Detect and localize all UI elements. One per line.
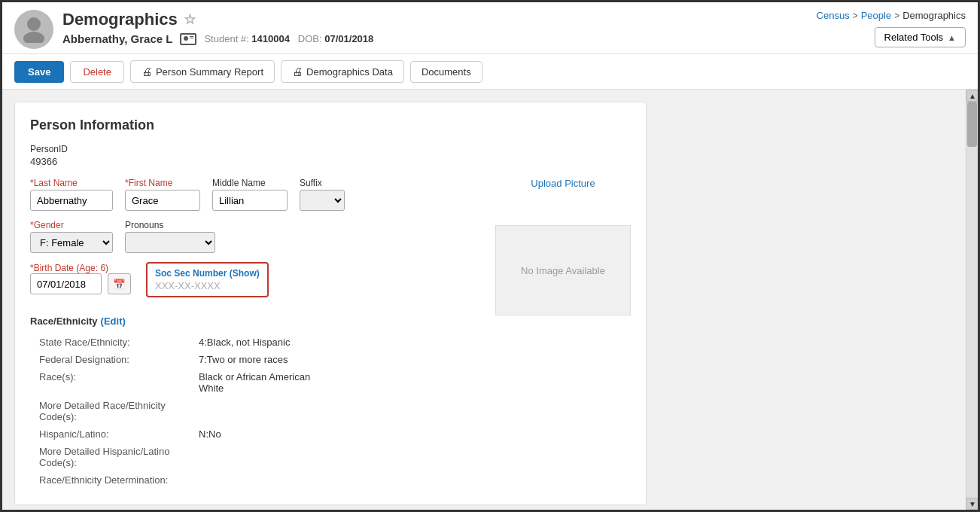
gender-label: *Gender xyxy=(30,220,113,230)
races-value-line2: White xyxy=(199,382,343,394)
no-image-placeholder: No Image Available xyxy=(495,225,631,315)
scroll-down-arrow[interactable]: ▼ xyxy=(966,498,978,510)
documents-label: Documents xyxy=(422,66,471,78)
federal-value: 7:Two or more races xyxy=(199,352,343,367)
title-text: Demographics xyxy=(62,10,178,29)
last-name-label: *Last Name xyxy=(30,178,113,188)
state-race-row: State Race/Ethnicity: 4:Black, not Hispa… xyxy=(32,334,343,350)
more-hispanic-row: More Detailed Hispanic/Latino Code(s): xyxy=(32,443,343,471)
breadcrumb-sep1: > xyxy=(853,11,858,21)
hispanic-label: Hispanic/Latino: xyxy=(32,426,197,442)
birth-date-input[interactable] xyxy=(30,273,102,294)
student-id-value: 1410004 xyxy=(251,33,290,44)
header-right: Census > People > Demographics Related T… xyxy=(817,10,966,47)
determination-value xyxy=(199,472,343,488)
race-title-text: Race/Ethnicity xyxy=(30,315,98,327)
chevron-up-icon: ▲ xyxy=(948,33,956,42)
scrollbar: ▲ ▼ xyxy=(966,90,978,510)
toolbar: Save Delete 🖨 Person Summary Report 🖨 De… xyxy=(2,54,978,90)
middle-name-label: Middle Name xyxy=(212,178,288,188)
breadcrumb-people[interactable]: People xyxy=(861,10,891,21)
first-name-input[interactable] xyxy=(125,190,200,211)
person-id-label: PersonID xyxy=(30,144,68,154)
person-id-field: PersonID 49366 xyxy=(30,144,68,167)
race-title: Race/Ethnicity (Edit) xyxy=(30,315,345,327)
races-row: Race(s): Black or African American White xyxy=(32,369,343,396)
header: Demographics ☆ Abbernathy, Grace L Stude… xyxy=(2,2,978,54)
breadcrumb-census[interactable]: Census xyxy=(817,10,850,21)
header-info: Demographics ☆ Abbernathy, Grace L Stude… xyxy=(62,10,373,45)
more-detailed-value xyxy=(199,398,343,425)
races-value-line1: Black or African American xyxy=(199,371,343,382)
delete-button[interactable]: Delete xyxy=(70,61,124,83)
birth-date-row: 📅 xyxy=(30,273,131,294)
soc-sec-label: Soc Sec Number (Show) xyxy=(155,268,260,279)
breadcrumb-sep2: > xyxy=(894,11,899,21)
save-button[interactable]: Save xyxy=(14,61,64,83)
main-content: Person Information PersonID 49366 *Last xyxy=(2,90,978,510)
federal-row: Federal Designation: 7:Two or more races xyxy=(32,352,343,367)
name-row: *Last Name *First Name Middle Name xyxy=(30,178,345,211)
soc-sec-box: Soc Sec Number (Show) XXX-XX-XXXX xyxy=(146,262,269,297)
gender-field: *Gender F: Female M: Male xyxy=(30,220,113,253)
student-id-label: Student #: xyxy=(204,33,248,44)
documents-button[interactable]: Documents xyxy=(410,61,482,83)
avatar xyxy=(14,10,53,49)
last-name-input[interactable] xyxy=(30,190,113,211)
content-area: Person Information PersonID 49366 *Last xyxy=(2,90,966,510)
calendar-icon: 📅 xyxy=(113,279,126,290)
hispanic-row: Hispanic/Latino: N:No xyxy=(32,426,343,442)
more-hispanic-value xyxy=(199,443,343,471)
middle-name-input[interactable] xyxy=(212,190,288,211)
middle-name-field: Middle Name xyxy=(212,178,288,211)
breadcrumb-current: Demographics xyxy=(902,10,966,21)
soc-sec-show-link[interactable]: (Show) xyxy=(230,268,260,279)
determination-label: Race/Ethnicity Determination: xyxy=(32,472,197,488)
races-value: Black or African American White xyxy=(199,369,343,396)
suffix-select[interactable]: Jr Sr II III xyxy=(300,190,345,211)
related-tools-label: Related Tools xyxy=(884,32,944,43)
pronouns-label: Pronouns xyxy=(125,220,215,230)
state-race-label: State Race/Ethnicity: xyxy=(32,334,197,350)
printer-icon: 🖨 xyxy=(142,66,152,78)
related-tools-button[interactable]: Related Tools ▲ xyxy=(875,27,966,47)
birth-date-label: *Birth Date (Age: 6) xyxy=(30,263,108,273)
card-title: Person Information xyxy=(30,117,631,133)
favorite-star-icon[interactable]: ☆ xyxy=(184,11,196,28)
more-detailed-row: More Detailed Race/Ethnicity Code(s): xyxy=(32,398,343,425)
more-detailed-label: More Detailed Race/Ethnicity Code(s): xyxy=(32,398,197,425)
races-label: Race(s): xyxy=(32,369,197,396)
federal-label: Federal Designation: xyxy=(32,352,197,367)
gender-select[interactable]: F: Female M: Male xyxy=(30,232,113,253)
soc-sec-text: Soc Sec Number xyxy=(155,268,227,279)
dob-label: DOB: xyxy=(298,33,322,44)
person-summary-label: Person Summary Report xyxy=(156,66,263,78)
person-id-row: PersonID 49366 xyxy=(30,144,631,167)
pronouns-field: Pronouns He/Him She/Her They/Them xyxy=(125,220,215,253)
state-race-value: 4:Black, not Hispanic xyxy=(199,334,343,350)
suffix-field: Suffix Jr Sr II III xyxy=(300,178,345,211)
upload-picture-link[interactable]: Upload Picture xyxy=(531,178,595,189)
scroll-up-arrow[interactable]: ▲ xyxy=(966,90,978,102)
pronouns-select[interactable]: He/Him She/Her They/Them xyxy=(125,232,215,253)
gender-row: *Gender F: Female M: Male Pronouns xyxy=(30,220,345,253)
race-section: Race/Ethnicity (Edit) State Race/Ethnici… xyxy=(30,315,345,489)
birth-date-section: *Birth Date (Age: 6) 📅 xyxy=(30,262,131,305)
last-name-field: *Last Name xyxy=(30,178,113,211)
id-card-icon xyxy=(180,33,196,45)
person-id-value: 49366 xyxy=(30,156,68,167)
soc-sec-value: XXX-XX-XXXX xyxy=(155,280,260,291)
race-edit-link[interactable]: (Edit) xyxy=(101,315,126,327)
header-left: Demographics ☆ Abbernathy, Grace L Stude… xyxy=(14,10,373,49)
breadcrumb: Census > People > Demographics xyxy=(817,10,966,21)
student-name: Abbernathy, Grace L xyxy=(62,32,172,45)
demographics-data-button[interactable]: 🖨 Demographics Data xyxy=(281,60,404,83)
person-summary-report-button[interactable]: 🖨 Person Summary Report xyxy=(130,60,275,83)
svg-point-0 xyxy=(27,17,41,31)
suffix-label: Suffix xyxy=(300,178,345,188)
calendar-button[interactable]: 📅 xyxy=(108,273,131,294)
scrollbar-thumb[interactable] xyxy=(967,102,977,147)
dob-value: 07/01/2018 xyxy=(324,33,373,44)
determination-row: Race/Ethnicity Determination: xyxy=(32,472,343,488)
more-hispanic-label: More Detailed Hispanic/Latino Code(s): xyxy=(32,443,197,471)
